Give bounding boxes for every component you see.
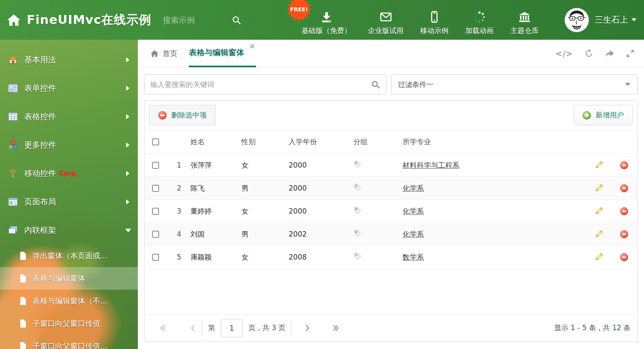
sidebar-item-page-layout[interactable]: 页面布局 — [0, 188, 138, 216]
file-icon — [18, 251, 28, 260]
cell-year: 2000 — [284, 207, 349, 215]
table-row: 5 康颖颖 女 2008 数学系 — [145, 246, 637, 269]
header-search-input[interactable] — [163, 15, 226, 25]
page-count-label: 页 , 共 3 页 — [248, 323, 286, 333]
table-row: 3 董婷婷 女 2000 化学系 — [145, 200, 637, 223]
grid-panel: 删除选中项 新增用户 姓名 性别 入学年份 分组 所学专业 1 — [144, 100, 638, 342]
edit-button[interactable] — [587, 183, 611, 193]
tab-tools: </> — [555, 40, 635, 67]
row-checkbox[interactable] — [152, 208, 159, 215]
cell-gender: 女 — [237, 252, 284, 262]
page-number-input[interactable] — [221, 319, 243, 337]
chevron-right-icon — [126, 199, 129, 204]
filter-dropdown-value: 过滤条件一 — [392, 80, 625, 89]
delete-button[interactable] — [611, 230, 637, 239]
close-icon[interactable]: ✕ — [249, 43, 255, 50]
share-icon[interactable] — [605, 48, 615, 59]
sidebar-item-grid-controls[interactable]: 表格控件 — [0, 102, 138, 131]
expand-icon[interactable] — [626, 49, 635, 58]
chevron-right-icon — [126, 114, 129, 119]
sidebar-subitem-child-to-parent[interactable]: 子窗口向父窗口传值 — [0, 312, 138, 335]
cell-group — [349, 206, 398, 216]
edit-button[interactable] — [587, 252, 611, 262]
row-checkbox[interactable] — [152, 254, 159, 261]
column-header-major[interactable]: 所学专业 — [398, 137, 587, 147]
sidebar-item-mobile-controls[interactable]: 移动控件 Corp. — [0, 159, 138, 188]
sidebar-item-more-controls[interactable]: 更多控件 — [0, 131, 138, 159]
row-checkbox[interactable] — [152, 231, 159, 238]
sidebar-subitem-grid-edit-window[interactable]: 表格与编辑窗体 — [0, 267, 138, 290]
pencil-icon — [594, 206, 603, 216]
column-header-gender[interactable]: 性别 — [237, 137, 284, 147]
page-prefix: 第 — [208, 323, 215, 333]
delete-button[interactable] — [611, 253, 637, 262]
home-icon — [7, 13, 21, 27]
menu-item-theme-repo[interactable]: 主题仓库 — [510, 11, 539, 36]
major-link[interactable]: 化学系 — [403, 207, 424, 215]
delete-button[interactable] — [611, 184, 637, 193]
sidebar-item-basic-usage[interactable]: 基本用法 — [0, 46, 138, 74]
select-all-checkbox[interactable] — [152, 138, 159, 145]
major-link[interactable]: 化学系 — [403, 230, 424, 238]
cell-group — [349, 160, 398, 170]
row-number: 2 — [166, 184, 186, 192]
menu-item-basic-edition[interactable]: 基础版（免费） — [302, 11, 351, 36]
column-header-year[interactable]: 入学年份 — [284, 137, 349, 147]
column-header-group[interactable]: 分组 — [349, 137, 398, 147]
tag-icon — [353, 206, 362, 214]
cell-group — [349, 229, 398, 239]
minus-circle-icon — [620, 230, 629, 239]
cubes-icon — [8, 140, 18, 150]
menu-item-mobile-demo[interactable]: 移动示例 — [420, 11, 449, 36]
bank-icon — [518, 11, 531, 23]
delete-selected-button[interactable]: 删除选中项 — [149, 105, 216, 125]
major-link[interactable]: 材料科学与工程系 — [403, 161, 459, 169]
sidebar-subitem-grid-edit-window-2[interactable]: 表格与编辑窗体（不... — [0, 290, 138, 312]
row-checkbox[interactable] — [152, 185, 159, 192]
sidebar-item-iframe[interactable]: 内联框架 — [0, 216, 138, 245]
cell-name: 康颖颖 — [186, 252, 237, 262]
edit-button[interactable] — [587, 160, 611, 170]
mobile-icon — [428, 11, 440, 23]
keyword-search-input[interactable] — [145, 80, 371, 89]
row-checkbox[interactable] — [152, 162, 159, 169]
menu-item-loading-animation[interactable]: 加载动画 — [465, 11, 494, 36]
delete-button[interactable] — [611, 161, 637, 170]
menu-item-enterprise-trial[interactable]: 企业版试用 — [368, 11, 403, 36]
minus-circle-icon — [620, 253, 629, 262]
sidebar: 基本用法 表单控件 表格控件 — [0, 40, 138, 349]
sidebar-item-form-controls[interactable]: 表单控件 — [0, 74, 138, 102]
source-code-icon[interactable]: </> — [555, 49, 573, 58]
sidebar-subitem-child-to-parent-2[interactable]: 子窗口向父窗口传值... — [0, 335, 138, 349]
prev-page-button[interactable] — [190, 324, 196, 332]
header-menu: 基础版（免费） 企业版试用 移动示例 加载动画 — [302, 0, 539, 40]
minus-circle-icon — [620, 207, 629, 216]
first-page-button[interactable] — [159, 324, 167, 332]
search-icon[interactable] — [231, 15, 241, 25]
tab-grid-edit-window[interactable]: 表格与编辑窗体 ✕ — [189, 40, 256, 67]
avatar[interactable] — [565, 8, 589, 32]
sidebar-nav: 基本用法 表单控件 表格控件 — [0, 40, 138, 349]
file-icon — [18, 274, 28, 283]
next-page-button[interactable] — [304, 324, 310, 332]
edit-button[interactable] — [587, 206, 611, 216]
app-logo[interactable]: FineUIMvc在线示例 — [7, 12, 151, 28]
cell-gender: 男 — [237, 183, 284, 193]
cell-year: 2008 — [284, 253, 349, 261]
major-link[interactable]: 化学系 — [403, 184, 424, 192]
major-link[interactable]: 数学系 — [403, 253, 424, 261]
sidebar-subitem-popup-window[interactable]: 弹出窗体（本页面或... — [0, 245, 138, 267]
edit-button[interactable] — [587, 229, 611, 239]
filter-dropdown[interactable]: 过滤条件一 — [391, 74, 638, 94]
table-body: 1 张萍萍 女 2000 材料科学与工程系 — [145, 154, 637, 269]
delete-button[interactable] — [611, 207, 637, 216]
column-header-name[interactable]: 姓名 — [186, 137, 237, 147]
row-number: 3 — [166, 207, 186, 215]
tab-home[interactable]: 首页 — [150, 40, 177, 67]
refresh-icon[interactable] — [584, 48, 594, 59]
add-user-button[interactable]: 新增用户 — [573, 105, 633, 125]
user-menu[interactable]: 三生石上 — [595, 14, 636, 25]
last-page-button[interactable] — [332, 324, 340, 332]
search-icon[interactable] — [371, 80, 380, 89]
record-summary: 显示 1 - 5 条 , 共 12 条 — [554, 323, 631, 333]
